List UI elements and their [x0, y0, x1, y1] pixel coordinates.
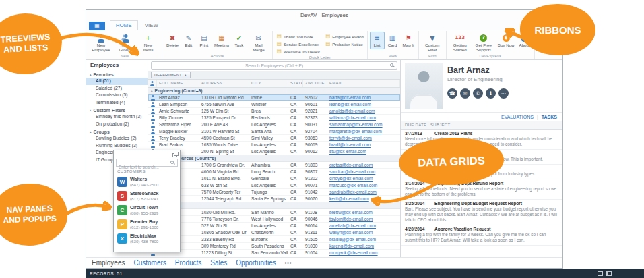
grid-row[interactable]: Arnie Schwartz125 W Elm StBreaCA92821arn…	[148, 108, 400, 115]
email-link[interactable]: gretas@dx-email.com	[329, 163, 373, 167]
search-input[interactable]	[152, 62, 397, 69]
mail-merge-button[interactable]: ✉Mail Merge	[247, 32, 270, 53]
email-link[interactable]: margarettb@dx-email.com	[329, 129, 382, 134]
get-free-support-button[interactable]: ?Get Free Support	[472, 32, 495, 53]
tree-item-birthday-this-month[interactable]: Birthday this month (3)	[86, 113, 148, 121]
grid-row[interactable]: 309 Monterey RdSouth PasadenaCA91030kare…	[148, 243, 400, 250]
email-link[interactable]: leahs@dx-email.com	[329, 102, 371, 107]
email-link[interactable]: bradleyj@dx-email.com	[329, 237, 376, 242]
print-button[interactable]: ▤Print	[197, 32, 212, 49]
new-items-button[interactable]: +New Items	[137, 32, 160, 53]
custom-filter-button[interactable]: ▼Custom Filter	[421, 32, 444, 53]
email-link[interactable]: kertt@dx-email.com	[329, 196, 369, 201]
service-excellence-button[interactable]: ▤Service Excellence	[275, 40, 321, 47]
file-menu-button[interactable]: ▦	[89, 22, 105, 30]
column-header-state[interactable]: STATE	[288, 80, 303, 87]
grid-row[interactable]: Terry Bradley4590 Cochran StSimi ValleyC…	[148, 135, 400, 142]
footer-item-sales[interactable]: Sales	[210, 259, 227, 267]
grid-row[interactable]: 11223 Dilling StSan Fernando ValleyCA916…	[148, 250, 400, 256]
column-header-email[interactable]: EMAIL	[327, 80, 400, 87]
more-button[interactable]: ⋯	[498, 88, 509, 99]
grid-row[interactable]: 7776 Torreyson Dr.West HollywoodCA90046t…	[148, 216, 400, 223]
email-link[interactable]: terryb@dx-email.com	[329, 136, 372, 140]
customer-item-premier-buy[interactable]: PPremier Buy(612) 291-1000	[116, 217, 178, 231]
footer-item-more-modules[interactable]: •••	[285, 260, 292, 265]
customer-item-stereoshack[interactable]: SStereoShack(817) 820-0741	[116, 189, 178, 203]
tree-item-running-buddies[interactable]: Running Buddies (3)	[86, 142, 148, 150]
customer-item-electrixmax[interactable]: XElectrixMax(630) 438-7800	[116, 231, 178, 246]
grid-row[interactable]: 633 W 5th StLos AngelesCA90071marcuso@dx…	[148, 182, 400, 189]
grid-row[interactable]: Samantha Piper200 E Ave 43Los AngelesCA9…	[148, 121, 400, 128]
grid-row[interactable]: 12544 Telegraph RdSanta Fe SpringsCA9067…	[148, 196, 400, 202]
list-button[interactable]: ≡List	[370, 32, 385, 49]
tree-item-on-probation[interactable]: On probation (2)	[86, 121, 148, 128]
task-column-header-due-date[interactable]: DUE DATE	[401, 121, 430, 129]
email-link[interactable]: bradf@dx-email.com	[329, 142, 371, 147]
detail-tab-evaluations[interactable]: EVALUATIONS	[501, 115, 534, 119]
new-employee-button[interactable]: New Employee	[90, 32, 112, 53]
grid-row[interactable]: 4600 N Virginia Rd.Long BeachCA90807sand…	[148, 169, 400, 175]
task-row[interactable]: 4/20/2014Approve Vacation RequestPlannin…	[401, 225, 562, 246]
getting-started-button[interactable]: 123Getting Started	[449, 32, 472, 53]
task-row[interactable]: 3/25/2014Engineering Dept Budget Request…	[401, 200, 562, 225]
email-link[interactable]: marcuso@dx-email.com	[329, 183, 377, 188]
phone-button[interactable]: ☎	[447, 88, 457, 99]
grid-row[interactable]: 3333 Beverly RdBurbankCA91505bradleyj@dx…	[148, 236, 400, 243]
tree-item-commission[interactable]: Commission (5)	[86, 92, 148, 99]
popout-icon[interactable]	[172, 153, 177, 157]
email-link[interactable]: sandrab@dx-email.com	[329, 190, 377, 194]
task-column-header-subject[interactable]: SUBJECT	[430, 121, 562, 129]
buy-now-button[interactable]: $Buy Now	[496, 32, 517, 49]
grid-row[interactable]: 1700 S Grandview Dr.AlhambraCA91803greta…	[148, 162, 400, 169]
employee-award-button[interactable]: ▤Employee Award	[323, 33, 364, 40]
tree-item-all[interactable]: All (51)	[86, 78, 148, 85]
email-link[interactable]: sandrar@dx-email.com	[329, 169, 375, 174]
chat-button[interactable]: ✆	[473, 88, 483, 99]
email-link[interactable]: samanthap@dx-email.com	[329, 122, 383, 127]
email-link[interactable]: morgank@dx-email.com	[329, 250, 378, 255]
group-row-it-count-7[interactable]: ▴IT (Count=7)	[148, 202, 400, 209]
email-link[interactable]: stu@dx-email.com	[329, 149, 366, 154]
detail-tab-tasks[interactable]: TASKS	[542, 115, 557, 119]
tree-section-custom-filters[interactable]: ▴Custom Filters	[86, 106, 148, 113]
footer-item-opportunities[interactable]: Opportunities	[236, 259, 276, 267]
footer-item-products[interactable]: Products	[175, 259, 201, 267]
info-button[interactable]: ℹ	[486, 88, 496, 99]
tree-item-salaried[interactable]: Salaried (27)	[86, 85, 148, 92]
welcome-to-devav-button[interactable]: ▤Welcome To DevAV	[275, 48, 321, 55]
tab-home[interactable]: HOME	[110, 20, 138, 30]
group-row-human-resources-count-6[interactable]: ▴Human Resources (Count=6)	[148, 155, 400, 162]
email-link[interactable]: ameliah@dx-email.com	[329, 223, 376, 228]
grid-row[interactable]: 1020 Old Mill Rd.San MarinoCA91108brettw…	[148, 209, 400, 216]
grid-row[interactable]: 522 W 7th StLos AngelesCA90014ameliah@dx…	[148, 223, 400, 229]
grid-row[interactable]: 1011 N. Brand Blvd.GlendaleCA91202cindys…	[148, 175, 400, 182]
delete-button[interactable]: ✖Delete	[164, 32, 181, 49]
statusbar-layout-icon-1[interactable]	[598, 271, 603, 276]
group-row-engineering-count-9[interactable]: ▴Engineering (Count=9)	[148, 88, 400, 94]
probation-notice-button[interactable]: ▤Probation Notice	[323, 40, 364, 47]
email-link[interactable]: taylorr@dx-email.com	[329, 217, 373, 221]
grid-row[interactable]: Bart Arnaz13109 Old Myford RdIrvineCA926…	[148, 94, 400, 101]
email-link[interactable]: kareng@dx-email.com	[329, 244, 374, 248]
column-header-city[interactable]: CITY	[249, 80, 288, 87]
customer-item-circuit-town[interactable]: CCircuit Town(800) 955-2929	[116, 203, 178, 217]
popup-search-input[interactable]	[117, 164, 177, 171]
customer-item-walters[interactable]: WWalters(847) 940-2500	[116, 175, 178, 189]
footer-item-customers[interactable]: Customers	[133, 259, 166, 267]
grid-row[interactable]: 200 N. Spring StLos AngelesCA90012stu@dx…	[148, 148, 400, 155]
group-by-chip-department[interactable]: DEPARTMENT ▲	[151, 72, 191, 78]
tree-item-bowling-buddies[interactable]: Bowling Buddies (2)	[86, 135, 148, 142]
email-link[interactable]: williamz@dx-email.com	[329, 115, 376, 120]
grid-row[interactable]: 7570 McGroarty TerTujungaCA91042sandrab@…	[148, 189, 400, 196]
email-button[interactable]: ✉	[460, 88, 470, 99]
email-link[interactable]: wallyh@dx-email.com	[329, 230, 373, 235]
grid-row[interactable]: Leah Simpson6755 Newlin AveWhittierCA906…	[148, 101, 400, 108]
email-link[interactable]: brettw@dx-email.com	[329, 210, 373, 215]
thank-you-note-button[interactable]: ▤Thank You Note	[275, 33, 321, 40]
grid-row[interactable]: Billy Zimmer1325 Prospect DrRedlandsCA92…	[148, 115, 400, 121]
task-button[interactable]: ✔Task	[232, 32, 247, 49]
tree-section-favorites[interactable]: ▴Favorites	[86, 70, 148, 78]
new-group-button[interactable]: New Group	[113, 32, 136, 53]
column-header-full-name[interactable]: FULL NAME	[157, 80, 199, 87]
grid-row[interactable]: 10305 Shadow Oak DrChatsworthCA91311wall…	[148, 229, 400, 236]
